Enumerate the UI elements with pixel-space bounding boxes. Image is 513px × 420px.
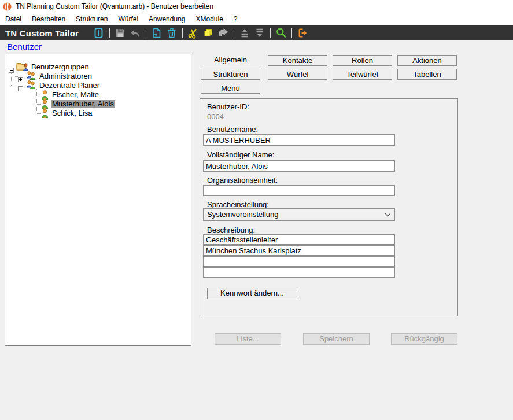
toolbar-separator [291,28,292,38]
tree-item-administratoren[interactable]: Administratoren [38,72,93,80]
tab-wuerfel[interactable]: Würfel [268,69,327,80]
beschreibung-line-2[interactable] [203,245,395,256]
menu-strukturen[interactable]: Strukturen [71,13,113,25]
tree-connector [37,113,41,114]
beschreibung-label: Beschreibung: [207,226,255,234]
user-icon [41,109,49,120]
cut-icon[interactable] [187,27,200,39]
organisationseinheit-label: Organisationseinheit: [207,176,278,185]
tab-tabellen[interactable]: Tabellen [397,69,457,80]
tab-menue[interactable]: Menü [201,83,260,94]
title-bar: TN Planning Custom Tailor (Qvantum.arb) … [0,0,513,13]
rueckgaengig-button[interactable]: Rückgängig [391,333,457,345]
benutzername-field[interactable] [203,134,395,146]
spracheinstellung-select[interactable]: Systemvoreinstellung [203,208,395,221]
spracheinstellung-label: Spracheinstellung: [207,200,269,209]
tree-collapse-toggle[interactable] [18,83,23,89]
tree-connector [37,95,41,95]
vollstaendiger-name-label: Vollständiger Name: [207,150,274,159]
speichern-button[interactable]: Speichern [303,333,370,345]
new-document-icon[interactable] [150,27,163,39]
tab-rollen[interactable]: Rollen [333,55,392,66]
exit-icon[interactable] [296,27,309,39]
info-icon[interactable] [93,27,105,39]
undo-icon[interactable] [129,27,142,39]
menu-xmodule[interactable]: XModule [190,13,228,25]
tab-allgemein[interactable]: Allgemein [201,55,260,66]
tab-kontakte[interactable]: Kontakte [268,55,327,66]
benutzer-id-label: Benutzer-ID: [207,102,249,111]
tab-aktionen[interactable]: Aktionen [397,55,457,66]
beschreibung-line-3[interactable] [203,256,395,267]
tree-collapse-toggle[interactable] [9,65,14,70]
paste-icon[interactable] [217,27,230,39]
toolbar-separator [146,28,146,38]
tree-connector [37,104,41,105]
tree-connector [12,86,18,86]
collapse-all-icon[interactable] [238,27,251,39]
copy-icon[interactable] [202,27,215,39]
tree-connector [12,76,18,77]
expand-all-icon[interactable] [253,27,266,39]
tree-item-benutzergruppen[interactable]: Benutzergruppen [30,63,90,71]
beschreibung-line-1[interactable] [203,234,395,245]
menu-bearbeiten[interactable]: Bearbeiten [27,13,71,25]
liste-button[interactable]: Liste... [215,333,281,345]
user-group-icon [26,80,36,91]
menu-anwendung[interactable]: Anwendung [143,13,190,25]
tab-strukturen[interactable]: Strukturen [201,69,260,80]
app-logo-icon [3,2,12,11]
tree-item-dezentrale-planer[interactable]: Dezentrale Planer [38,82,101,90]
menu-bar: Datei Bearbeiten Strukturen Würfel Anwen… [0,13,513,25]
window-title: TN Planning Custom Tailor (Qvantum.arb) … [16,2,213,10]
user-group-tree: Benutzergruppen Administratoren Dezentra… [5,54,191,346]
tree-item-fischer-malte[interactable]: Fischer, Malte [51,91,100,99]
toolbar-separator [109,28,110,38]
menu-datei[interactable]: Datei [0,13,27,25]
detail-tabs: Allgemein Kontakte Rollen Aktionen Struk… [200,55,458,94]
menu-wuerfel[interactable]: Würfel [113,13,143,25]
tree-connector [36,89,37,113]
beschreibung-line-4[interactable] [203,267,395,278]
delete-icon[interactable] [165,27,178,39]
allgemein-form: Benutzer-ID: 0004 Benutzername: Vollstän… [200,98,458,316]
menu-help[interactable]: ? [228,13,243,25]
benutzername-label: Benutzername: [207,125,258,134]
tree-item-schick-lisa[interactable]: Schick, Lisa [51,109,93,117]
toolbar: TN Custom Tailor [0,25,513,40]
toolbar-app-label: TN Custom Tailor [5,28,79,38]
organisationseinheit-field[interactable] [203,185,395,196]
save-icon[interactable] [114,27,127,39]
toolbar-separator [182,28,183,38]
vollstaendiger-name-field[interactable] [203,160,395,172]
kennwort-aendern-button[interactable]: Kennwort ändern... [207,288,297,299]
page-title: Benutzer [7,42,42,51]
tree-item-musterhuber-alois[interactable]: Musterhuber, Alois [51,100,115,108]
chevron-down-icon [385,213,391,217]
toolbar-separator [234,28,234,38]
benutzer-id-value: 0004 [207,112,224,121]
tree-expand-toggle[interactable] [18,74,23,79]
search-icon[interactable] [275,27,287,39]
tab-teilwuerfel[interactable]: Teilwürfel [333,69,392,80]
spracheinstellung-selected-value: Systemvoreinstellung [207,209,279,220]
toolbar-separator [270,28,271,38]
